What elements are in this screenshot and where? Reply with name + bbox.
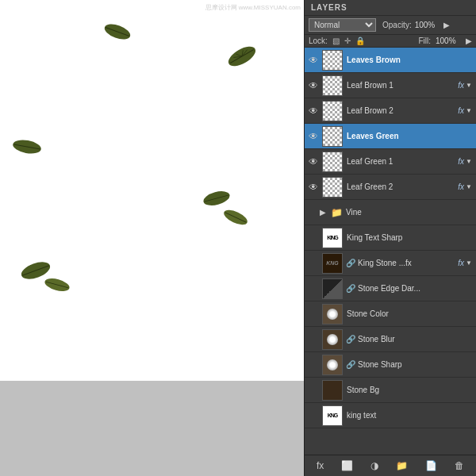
visibility-icon[interactable]: 👁 [307,309,320,320]
layers-panel: LAYERS Normal Multiply Screen Opacity: 1… [304,0,476,476]
panel-title: LAYERS [305,0,476,16]
layer-name: Leaf Brown 2 [345,106,458,115]
add-mask-button[interactable]: ⬜ [338,459,356,473]
layer-row[interactable]: 👁 Stone Bg [305,378,476,403]
layer-row[interactable]: 👁 🔗 Stone Blur [305,327,476,352]
fx-badge: fx [458,259,464,267]
visibility-icon[interactable]: 👁 [307,80,320,91]
layer-row[interactable]: 👁 Leaves Brown [305,48,476,73]
panel-bottom: fx ⬜ ◑ 📁 📄 🗑 [305,455,476,476]
layers-list: 👁 Leaves Brown 👁 Leaf Brown 1 fx ▼ 👁 Lea… [305,48,476,455]
opacity-label: Opacity: [382,21,412,29]
layer-row[interactable]: 👁 Leaf Brown 2 fx ▼ [305,98,476,124]
chain-link-icon: 🔗 [346,259,355,267]
lock-row: Lock: ▧ ✛ 🔒 Fill: 100% ▶ [305,35,476,48]
layer-expand-arrow[interactable]: ▼ [466,183,472,190]
leaf-1 [224,40,260,71]
layer-row[interactable]: 👁 KNG king text [305,403,476,428]
visibility-icon[interactable]: 👁 [307,207,320,218]
add-layer-style-button[interactable]: fx [313,459,327,473]
folder-icon: 📁 [331,207,343,218]
fx-badge: fx [458,106,464,115]
blend-mode-select[interactable]: Normal Multiply Screen [309,18,376,32]
group-arrow-icon[interactable]: ▶ [320,208,331,217]
fill-arrow[interactable]: ▶ [466,36,472,45]
layer-thumb: KING [322,228,343,248]
layer-expand-arrow[interactable]: ▼ [466,158,472,165]
layer-thumb [322,278,343,299]
layer-row[interactable]: 👁 🔗 Stone Edge Dar... [305,276,476,301]
layer-name: Vine [344,208,474,217]
delete-layer-button[interactable]: 🗑 [451,459,467,473]
canvas-area: 思摩设计网 www.MISSYUAN.com [0,0,304,476]
lock-move-icon[interactable]: ✛ [344,36,351,45]
layer-name: king text [345,411,474,420]
layer-name: Leaf Brown 1 [345,81,458,90]
leaf-2 [102,19,134,44]
chain-link-icon: 🔗 [346,360,355,369]
fx-badge: fx [458,81,464,90]
visibility-icon[interactable]: 👁 [307,156,320,167]
layer-expand-arrow[interactable]: ▼ [466,259,472,267]
visibility-icon[interactable]: 👁 [307,258,320,269]
layer-name: Stone Bg [345,386,474,394]
layer-name: Leaves Brown [345,56,474,64]
layer-expand-arrow[interactable]: ▼ [466,107,472,114]
canvas-watermark: 思摩设计网 www.MISSYUAN.com [205,3,301,12]
layer-row[interactable]: 👁 🔗 Stone Sharp [305,352,476,378]
layer-thumb [322,380,343,401]
chain-link-icon: 🔗 [346,335,355,344]
fx-badge: fx [458,182,464,191]
layer-thumb [322,177,343,198]
fill-value: 100% [436,36,461,45]
visibility-icon[interactable]: 👁 [307,283,320,294]
layer-name: Leaf Green 1 [345,157,458,166]
visibility-icon[interactable]: 👁 [307,106,320,117]
layer-thumb [322,152,343,172]
lock-checkerboard-icon[interactable]: ▧ [332,36,340,45]
layer-thumb [322,355,343,375]
layer-name: Leaves Green [345,132,474,140]
layer-row[interactable]: 👁 KING King Text Sharp [305,225,476,251]
visibility-icon[interactable]: 👁 [307,410,320,421]
opacity-arrow[interactable]: ▶ [443,21,450,29]
layer-thumb: KNG [322,405,343,426]
visibility-icon[interactable]: 👁 [307,131,320,142]
new-layer-button[interactable]: 📄 [422,459,440,473]
layer-thumb [322,304,343,324]
visibility-icon[interactable]: 👁 [307,359,320,370]
layer-expand-arrow[interactable]: ▼ [466,82,472,89]
visibility-icon[interactable]: 👁 [307,334,320,345]
layer-row[interactable]: 👁 Leaf Green 2 fx ▼ [305,175,476,200]
layer-thumb [322,329,343,350]
layer-row[interactable]: 👁 KNG 🔗 King Stone ...fx fx ▼ [305,251,476,276]
layer-row[interactable]: 👁 Leaves Green [305,124,476,149]
visibility-icon[interactable]: 👁 [307,232,320,244]
layer-row[interactable]: 👁 Leaf Green 1 fx ▼ [305,149,476,175]
layer-name: King Text Sharp [345,233,474,242]
layer-name: Leaf Green 2 [345,182,458,191]
leaf-7 [42,274,72,295]
layer-name: Stone Sharp [356,360,474,369]
chain-link-icon: 🔗 [346,284,355,293]
layer-thumb [322,75,343,96]
layer-thumb: KNG [322,253,343,274]
visibility-icon[interactable]: 👁 [307,182,320,193]
adjustment-layer-button[interactable]: ◑ [367,459,382,473]
create-group-button[interactable]: 📁 [393,459,411,473]
layer-name: Stone Color [345,309,474,318]
layer-thumb [322,50,343,71]
visibility-icon[interactable]: 👁 [307,385,320,396]
fill-label: Fill: [418,36,431,45]
layer-row[interactable]: 👁 Stone Color [305,301,476,327]
visibility-icon[interactable]: 👁 [307,55,320,66]
layer-row[interactable]: 👁 ▶ 📁 Vine [305,200,476,225]
layer-name: Stone Blur [356,335,474,344]
layer-thumb [322,101,343,121]
leaf-3 [11,136,44,157]
layer-name: King Stone ...fx [356,259,458,267]
lock-all-icon[interactable]: 🔒 [355,36,365,45]
blend-row: Normal Multiply Screen Opacity: 100% ▶ [305,16,476,35]
canvas-bottom-gray [0,381,304,476]
layer-row[interactable]: 👁 Leaf Brown 1 fx ▼ [305,73,476,98]
